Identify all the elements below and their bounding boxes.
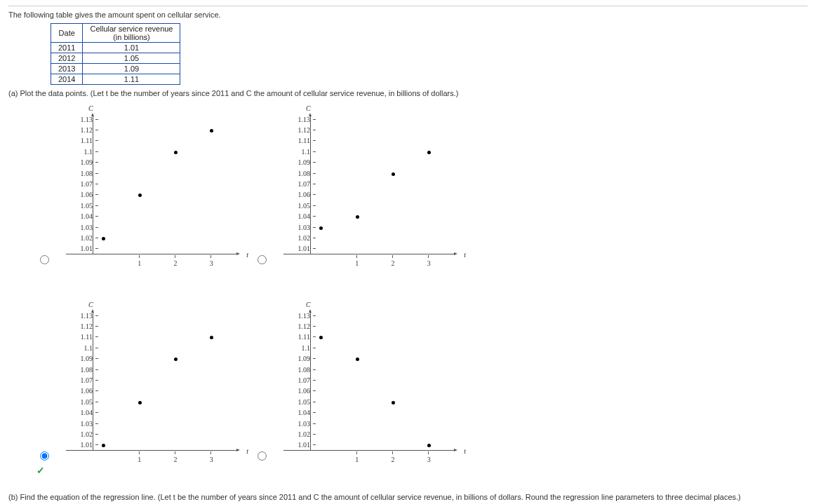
- top-rule: [8, 6, 808, 6]
- option-B: Ct1.011.021.031.041.051.061.071.081.091.…: [254, 103, 471, 285]
- part-b-prompt: (b) Find the equation of the regression …: [8, 493, 808, 501]
- data-point: [138, 193, 142, 197]
- th-rev: Cellular service revenue (in billions): [83, 24, 180, 43]
- option-C: Ct1.011.021.031.041.051.061.071.081.091.…: [36, 299, 254, 482]
- data-point: [174, 357, 178, 361]
- chart-options: Ct1.011.021.031.041.051.061.071.081.091.…: [36, 103, 808, 482]
- table-row: 20131.09: [51, 64, 180, 74]
- data-point: [102, 444, 105, 447]
- data-point: [392, 401, 395, 404]
- option-C-radio[interactable]: [40, 451, 49, 461]
- data-point: [174, 151, 178, 154]
- option-B-radio[interactable]: [257, 255, 267, 264]
- scatter-plot: Ct1.011.021.031.041.051.061.071.081.091.…: [282, 305, 457, 466]
- scatter-plot: Ct1.011.021.031.041.051.061.071.081.091.…: [282, 109, 457, 270]
- option-D: Ct1.011.021.031.041.051.061.071.081.091.…: [254, 299, 471, 482]
- data-point: [319, 226, 323, 230]
- data-point: [427, 444, 431, 447]
- data-point: [138, 401, 142, 404]
- scatter-plot: Ct1.011.021.031.041.051.061.071.081.091.…: [65, 109, 240, 270]
- data-point: [356, 357, 359, 361]
- part-a-prompt: (a) Plot the data points. (Let t be the …: [8, 89, 808, 97]
- table-row: 20111.01: [51, 43, 180, 53]
- data-point: [392, 172, 395, 176]
- option-A: Ct1.011.021.031.041.051.061.071.081.091.…: [36, 103, 254, 285]
- table-row: 20141.11: [51, 74, 180, 85]
- th-date: Date: [51, 24, 83, 43]
- data-point: [427, 151, 431, 154]
- table-row: 20121.05: [51, 53, 180, 64]
- data-point: [210, 336, 213, 339]
- check-icon: ✓: [36, 465, 45, 476]
- data-point: [319, 336, 323, 339]
- intro-text: The following table gives the amount spe…: [8, 11, 808, 19]
- data-point: [356, 215, 359, 219]
- scatter-plot: Ct1.011.021.031.041.051.061.071.081.091.…: [65, 305, 240, 466]
- option-A-radio[interactable]: [40, 255, 49, 264]
- data-point: [210, 129, 213, 132]
- data-point: [102, 237, 105, 240]
- data-table: Date Cellular service revenue (in billio…: [51, 23, 180, 85]
- option-D-radio[interactable]: [257, 451, 267, 461]
